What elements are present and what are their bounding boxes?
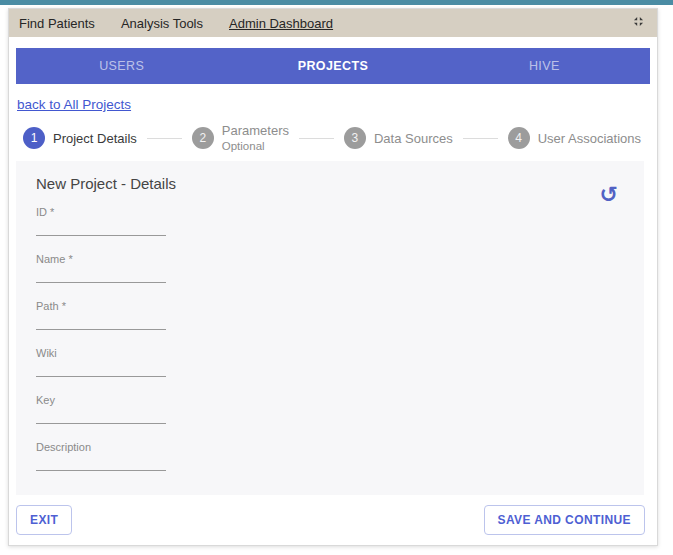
field-label-path: Path * xyxy=(36,300,624,312)
wizard-footer: EXIT SAVE AND CONTINUE xyxy=(9,495,657,545)
tab-hive[interactable]: HIVE xyxy=(439,48,650,84)
step-parameters[interactable]: 2 Parameters Optional xyxy=(192,123,289,153)
step-data-sources[interactable]: 3 Data Sources xyxy=(344,127,453,149)
field-label-name: Name * xyxy=(36,253,624,265)
field-label-key: Key xyxy=(36,394,624,406)
nav-item-admin-dashboard[interactable]: Admin Dashboard xyxy=(229,16,333,31)
admin-dashboard-card: Find Patients Analysis Tools Admin Dashb… xyxy=(8,8,658,546)
path-input[interactable] xyxy=(36,315,166,330)
form-title: New Project - Details xyxy=(36,175,624,192)
new-project-form-panel: New Project - Details ↺ ID * Name * Path… xyxy=(16,161,644,515)
field-path: Path * xyxy=(36,300,624,330)
top-accent-bar xyxy=(0,0,673,5)
section-tabbar: USERS PROJECTS HIVE xyxy=(16,48,650,84)
field-label-description: Description xyxy=(36,441,624,453)
field-label-id: ID * xyxy=(36,206,624,218)
save-and-continue-button[interactable]: SAVE AND CONTINUE xyxy=(484,505,645,535)
field-wiki: Wiki xyxy=(36,347,624,377)
field-id: ID * xyxy=(36,206,624,236)
wizard-stepper: 1 Project Details 2 Parameters Optional … xyxy=(23,123,641,153)
back-to-all-projects-link[interactable]: back to All Projects xyxy=(17,97,131,112)
step-label: Data Sources xyxy=(374,131,453,146)
field-description: Description xyxy=(36,441,624,471)
reset-icon: ↺ xyxy=(600,182,618,207)
step-number-badge: 1 xyxy=(23,127,45,149)
step-number-badge: 3 xyxy=(344,127,366,149)
step-label: User Associations xyxy=(538,131,641,146)
exit-button[interactable]: EXIT xyxy=(16,505,72,535)
nav-item-analysis-tools[interactable]: Analysis Tools xyxy=(121,16,203,31)
description-input[interactable] xyxy=(36,456,166,471)
nav-item-find-patients[interactable]: Find Patients xyxy=(19,16,95,31)
stepper-connector xyxy=(463,138,498,139)
step-sublabel: Optional xyxy=(222,140,289,154)
id-input[interactable] xyxy=(36,221,166,236)
field-label-wiki: Wiki xyxy=(36,347,624,359)
tab-users[interactable]: USERS xyxy=(16,48,227,84)
step-number-badge: 2 xyxy=(192,127,214,149)
step-project-details[interactable]: 1 Project Details xyxy=(23,127,137,149)
key-input[interactable] xyxy=(36,409,166,424)
step-number-badge: 4 xyxy=(508,127,530,149)
compress-arrows-icon xyxy=(632,15,645,31)
reset-form-button[interactable]: ↺ xyxy=(594,183,624,207)
wiki-input[interactable] xyxy=(36,362,166,377)
name-input[interactable] xyxy=(36,268,166,283)
step-user-associations[interactable]: 4 User Associations xyxy=(508,127,641,149)
top-navigation: Find Patients Analysis Tools Admin Dashb… xyxy=(9,9,657,37)
step-label: Parameters xyxy=(222,123,289,139)
stepper-connector xyxy=(147,138,182,139)
stepper-connector xyxy=(299,138,334,139)
collapse-menu-button[interactable] xyxy=(630,13,647,33)
tab-projects[interactable]: PROJECTS xyxy=(227,48,438,84)
step-label: Project Details xyxy=(53,131,137,146)
field-key: Key xyxy=(36,394,624,424)
field-name: Name * xyxy=(36,253,624,283)
